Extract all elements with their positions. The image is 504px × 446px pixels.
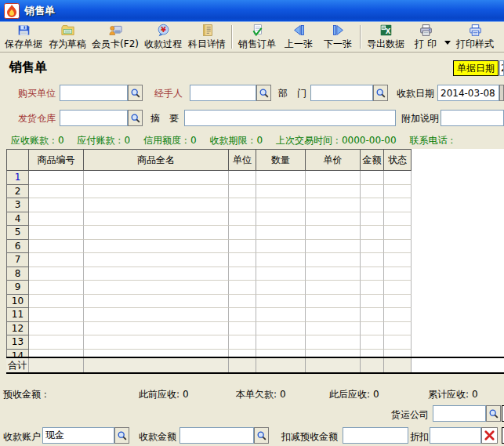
last-trade-time-status: 上次交易时间：0000-00-00 [276,135,397,146]
total-label: 合计 [6,358,29,372]
freight-company-input[interactable] [433,405,486,422]
col-unit-price: 单价 [306,149,361,171]
extra-note-label: 附加说明 [401,112,439,125]
payment-amount-label: 收款金额 [139,430,176,444]
print-dropdown-arrow-icon[interactable] [444,41,451,45]
print-style-button[interactable]: 打印样式 [451,23,499,51]
export-excel-icon: X [379,24,393,37]
receipt-date-input[interactable] [437,85,499,101]
customer-status-line: 应收账款：0 应付账款：0 信用额度：0 收款期限：0 上次交易时间：0000-… [11,134,466,147]
col-status: 状态 [384,149,412,171]
table-row: 12 [6,322,412,336]
discount-input[interactable] [430,427,481,444]
toolbar: 保存单据 存为草稿 会员卡(F2) ¥ 收 [0,22,504,53]
page-title: 销售单 [9,60,47,76]
col-product-name: 商品全名 [84,149,229,171]
doc-date-value-clipped[interactable]: 2014-03-08 [499,60,504,76]
order-debt: 本单欠款: 0 [236,388,286,401]
order-debt-value: 0 [280,389,286,400]
payment-amount-lookup-button[interactable] [254,427,269,444]
magnifier-icon [130,113,141,124]
magnifier-icon [130,88,141,99]
payment-account-input[interactable] [42,427,114,444]
payment-account-label: 收款账户 [3,430,41,444]
payment-amount-input[interactable] [179,427,254,444]
table-row: 7 [6,253,412,267]
draft-folder-icon [60,24,75,37]
member-card-button[interactable]: 会员卡(F2) [89,23,141,51]
window-titlebar[interactable]: 销售单 [0,0,504,22]
clear-discount-button[interactable] [481,427,498,444]
freight-company-label: 货运公司 [391,408,429,422]
table-row: 2 [6,185,412,199]
buyer-label: 购买单位 [18,87,56,100]
next-icon [331,24,346,37]
printer-icon [419,24,433,37]
summary-input[interactable] [184,110,396,126]
sales-order-button[interactable]: 销售订单 [235,23,279,51]
receivable-status: 应收账款：0 [11,135,64,146]
prior-due: 此前应收: 0 [139,388,189,401]
col-unit: 单位 [229,149,256,171]
account-detail-button[interactable]: 科目详情 [185,23,229,51]
table-row: 8 [6,267,412,281]
table-row: 5 [6,226,412,240]
deduct-prepaid-label: 扣减预收金额 [281,430,338,444]
table-row: 10 [6,295,412,309]
print-button[interactable]: 打 印 [408,23,444,51]
warehouse-label: 发货仓库 [18,112,56,125]
magnifier-icon [117,430,128,441]
save-document-button[interactable]: 保存单据 [2,23,45,51]
table-row: 1 [6,171,412,185]
account-detail-icon [200,24,215,37]
warehouse-lookup-button[interactable] [128,110,143,126]
toolbar-separator [231,25,233,49]
prior-due-value: 0 [183,389,189,400]
warehouse-input[interactable] [60,110,128,126]
contact-phone-status: 联系电话： [409,135,456,146]
col-quantity: 数量 [256,149,306,171]
payment-term-status: 收款期限：0 [209,135,263,146]
col-product-code: 商品编号 [29,149,84,171]
doc-date-button[interactable]: 单据日期 [453,60,499,76]
department-lookup-button[interactable] [373,85,388,101]
table-row: 6 [6,240,412,254]
table-header: 商品编号 商品全名 单位 数量 单价 金额 状态 [6,149,412,171]
cumulative-due: 累计应收: 0 [428,388,478,401]
save-draft-button[interactable]: 存为草稿 [45,23,89,51]
next-button[interactable]: 下一张 [318,23,357,51]
handler-lookup-button[interactable] [256,85,271,101]
previous-button[interactable]: 上一张 [279,23,318,51]
window-title: 销售单 [24,4,55,18]
table-total-row: 合计 [6,357,504,374]
col-amount: 金额 [361,149,384,171]
export-data-button[interactable]: X 导出数据 [364,23,408,51]
table-row: 4 [6,212,412,227]
receipt-date-label: 收款日期 [397,87,434,100]
payment-account-lookup-button[interactable] [114,427,129,444]
buyer-input[interactable] [60,85,128,101]
department-input[interactable] [310,85,373,101]
receipt-date-dropdown-clipped[interactable] [499,85,504,101]
magnifier-icon [488,408,499,419]
table-row: 9 [6,281,412,295]
buyer-lookup-button[interactable] [128,85,143,101]
freight-lookup-button[interactable] [486,405,501,422]
summary-label: 摘 要 [150,112,179,125]
save-icon [16,24,31,37]
table-row: 13 [6,335,412,350]
table-row: 3 [6,198,412,212]
printer-style-icon [468,24,483,37]
after-due: 此后应收: 0 [329,388,379,401]
deduct-prepaid-input[interactable] [343,427,408,444]
credit-limit-status: 信用额度：0 [143,135,197,146]
magnifier-icon [375,88,386,99]
sales-order-window: 销售单 保存单据 存为草稿 会 [0,0,504,446]
extra-note-input[interactable] [441,110,504,126]
department-label: 部 门 [278,87,306,100]
payment-process-icon: ¥ [156,24,171,37]
payment-process-button[interactable]: ¥ 收款过程 [141,23,185,51]
magnifier-icon [256,430,267,441]
toolbar-separator [360,25,361,49]
handler-input[interactable] [190,85,256,101]
